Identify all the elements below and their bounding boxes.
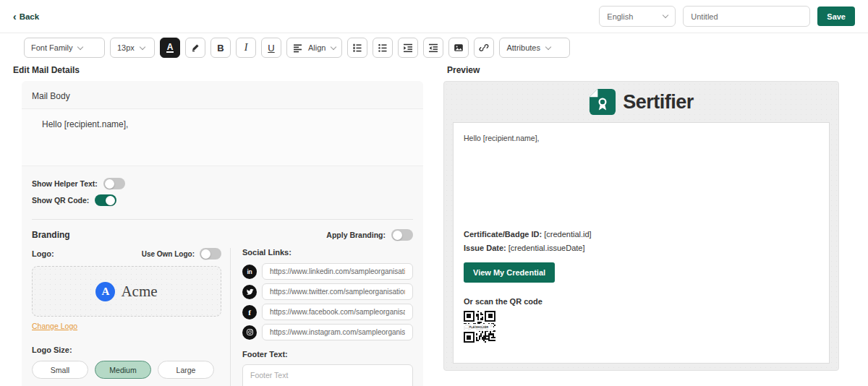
social-links-label: Social Links: xyxy=(242,248,413,257)
sertifier-brand-name: Sertifier xyxy=(623,91,694,113)
insert-link-button[interactable] xyxy=(474,38,494,58)
bold-button[interactable]: B xyxy=(210,38,231,58)
attributes-value: Attributes xyxy=(506,43,540,52)
logo-size-small-button[interactable]: Small xyxy=(32,361,88,379)
indent-button[interactable] xyxy=(398,38,418,58)
preview-issue-date-line: Issue Date:[credential.issueDate] xyxy=(464,241,819,255)
view-my-credential-button: View My Credential xyxy=(464,262,555,283)
branding-heading: Branding xyxy=(32,230,70,240)
insert-image-button[interactable] xyxy=(448,38,469,58)
use-own-logo-label: Use Own Logo: xyxy=(142,250,195,258)
preview-card: Sertifier Hello [recipient.name], Certif… xyxy=(443,81,839,371)
italic-button[interactable]: I xyxy=(236,38,256,58)
chevron-down-icon xyxy=(77,43,83,49)
highlighter-icon xyxy=(190,43,200,53)
social-link-row xyxy=(242,283,413,300)
mail-body-editor[interactable]: Hello [recipient.name], xyxy=(22,108,423,166)
change-logo-link[interactable]: Change Logo xyxy=(32,322,77,330)
qr-code: PLACEHOLDER xyxy=(464,310,495,343)
formatting-toolbar: Font Family 13px A B I U Align Attribute… xyxy=(24,38,570,58)
font-family-select[interactable]: Font Family xyxy=(24,38,105,58)
credential-id-value: [credential.id] xyxy=(544,230,591,239)
ordered-list-icon xyxy=(352,43,362,53)
preview-mail-body: Hello [recipient.name], Certificate/Badg… xyxy=(453,122,830,364)
bullet-list-icon xyxy=(378,43,388,53)
divider xyxy=(32,219,413,220)
underline-button[interactable]: U xyxy=(261,38,281,58)
edit-mail-card: Mail Body Hello [recipient.name], Show H… xyxy=(22,81,423,386)
twitter-icon xyxy=(242,285,257,299)
highlight-button[interactable] xyxy=(185,38,205,58)
preview-greeting: Hello [recipient.name], xyxy=(464,134,819,142)
align-icon xyxy=(293,43,302,53)
attributes-select[interactable]: Attributes xyxy=(499,38,570,58)
show-qr-code-label: Show QR Code: xyxy=(32,196,89,205)
social-link-row xyxy=(242,324,413,340)
chevron-left-icon: ‹ xyxy=(13,12,17,22)
bold-icon: B xyxy=(217,43,224,53)
linkedin-icon: in xyxy=(242,265,257,279)
show-qr-code-toggle[interactable] xyxy=(95,194,116,206)
apply-branding-label: Apply Branding: xyxy=(326,231,386,239)
align-label: Align xyxy=(308,43,326,52)
underline-icon: U xyxy=(268,43,274,53)
language-value: English xyxy=(607,12,658,21)
font-size-select[interactable]: 13px xyxy=(110,38,155,58)
top-bar: ‹ Back English Save xyxy=(0,0,868,33)
acme-logo-icon: A xyxy=(95,282,115,301)
save-button[interactable]: Save xyxy=(817,7,855,26)
apply-branding-toggle[interactable] xyxy=(391,229,413,241)
chevron-down-icon xyxy=(663,12,668,18)
language-select[interactable]: English xyxy=(599,6,676,27)
text-color-icon: A xyxy=(166,43,174,53)
credential-id-label: Certificate/Badge ID: xyxy=(464,230,542,239)
logo-preview-box: A Acme xyxy=(32,266,221,317)
mail-body-text: Hello [recipient.name], xyxy=(42,119,403,129)
use-own-logo-toggle[interactable] xyxy=(200,248,221,260)
align-select[interactable]: Align xyxy=(286,38,342,58)
chevron-down-icon xyxy=(331,43,336,49)
preview-credential-id-line: Certificate/Badge ID:[credential.id] xyxy=(464,228,819,241)
title-input[interactable] xyxy=(683,6,810,27)
instagram-url-input[interactable] xyxy=(262,324,413,340)
chevron-down-icon xyxy=(140,43,145,49)
footer-text-label: Footer Text: xyxy=(242,350,413,359)
facebook-url-input[interactable] xyxy=(262,304,413,320)
bullet-list-button[interactable] xyxy=(373,38,393,58)
logo-label: Logo: xyxy=(32,249,54,258)
instagram-icon xyxy=(242,325,257,340)
logo-size-label: Logo Size: xyxy=(32,346,221,354)
twitter-url-input[interactable] xyxy=(262,283,413,300)
indent-icon xyxy=(403,43,413,53)
outdent-icon xyxy=(428,43,438,53)
link-icon xyxy=(479,43,489,53)
outdent-button[interactable] xyxy=(423,38,443,58)
preview-heading: Preview xyxy=(447,65,480,75)
issue-date-value: [credential.issueDate] xyxy=(509,244,585,252)
back-button[interactable]: ‹ Back xyxy=(13,12,39,22)
logo-size-medium-button[interactable]: Medium xyxy=(95,361,151,379)
sertifier-logo-icon xyxy=(589,88,616,116)
back-label: Back xyxy=(20,12,40,21)
acme-logo-name: Acme xyxy=(121,283,157,301)
font-size-value: 13px xyxy=(117,43,135,52)
qr-caption: Or scan the QR code xyxy=(464,297,819,306)
qr-placeholder-text: PLACEHOLDER xyxy=(469,326,488,329)
edit-mail-details-heading: Edit Mail Details xyxy=(13,65,80,75)
linkedin-url-input[interactable] xyxy=(262,263,413,280)
issue-date-label: Issue Date: xyxy=(464,244,506,252)
ordered-list-button[interactable] xyxy=(347,38,367,58)
chevron-down-icon xyxy=(545,43,551,49)
social-link-row: f xyxy=(242,304,413,320)
show-helper-text-toggle[interactable] xyxy=(103,178,125,189)
qr-placeholder-band: PLACEHOLDER xyxy=(464,324,493,331)
facebook-icon: f xyxy=(242,305,257,319)
logo-size-large-button[interactable]: Large xyxy=(158,361,214,379)
social-link-row: in xyxy=(242,263,413,280)
mail-body-label: Mail Body xyxy=(32,91,413,101)
image-icon xyxy=(454,43,464,53)
footer-text-input[interactable] xyxy=(242,364,413,386)
show-helper-text-label: Show Helper Text: xyxy=(32,179,98,188)
text-color-button[interactable]: A xyxy=(160,38,180,58)
italic-icon: I xyxy=(244,42,248,53)
